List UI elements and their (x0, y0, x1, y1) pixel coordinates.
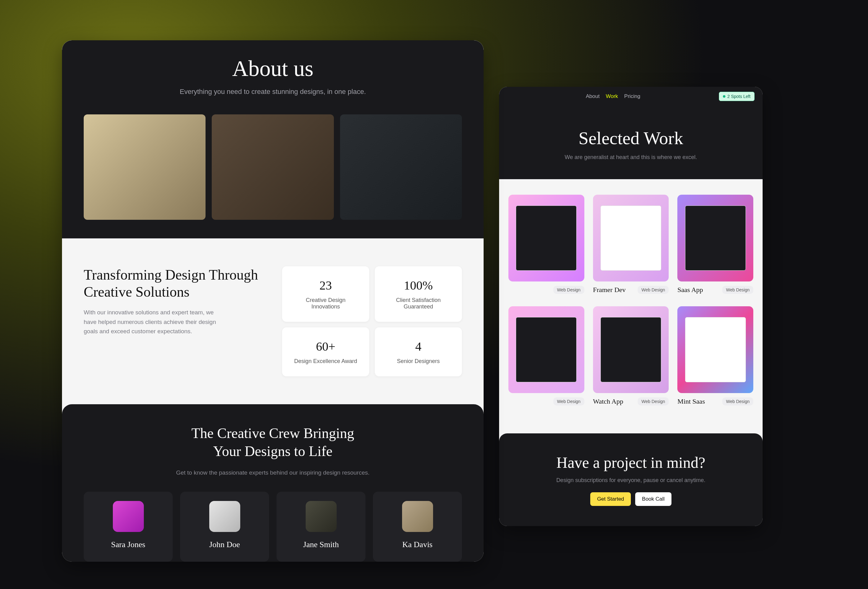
work-hero: Selected Work We are generalist at heart… (499, 106, 763, 179)
team-section: The Creative Crew Bringing Your Designs … (62, 404, 484, 562)
avatar (209, 501, 240, 532)
get-started-button[interactable]: Get Started (590, 492, 631, 506)
portfolio-tag: Web Design (638, 286, 669, 294)
spots-badge[interactable]: 2 Spots Left (719, 92, 754, 101)
cta-subtitle: Design subscriptions for everyone, pause… (512, 477, 750, 484)
team-card: Jane Smith (276, 492, 366, 562)
nav-links: About Work Pricing (586, 93, 641, 99)
portfolio-thumb (593, 306, 669, 393)
portfolio-item[interactable]: Web Design (508, 195, 585, 294)
portfolio-tag: Web Design (554, 286, 585, 294)
about-title: About us (81, 56, 465, 81)
portfolio-thumb (593, 195, 669, 282)
team-grid: Sara Jones John Doe Jane Smith Ka Davis (84, 492, 462, 562)
stat-label: Design Excellence Award (291, 358, 360, 365)
portfolio-title: Framer Dev (593, 286, 626, 294)
portfolio-tag: Web Design (638, 397, 669, 406)
stat-card: 100% Client Satisfaction Guaranteed (375, 266, 462, 322)
nav-work[interactable]: Work (606, 93, 618, 99)
portfolio-thumb (508, 195, 585, 282)
stat-number: 60+ (291, 339, 360, 354)
stat-label: Senior Designers (384, 358, 453, 365)
team-name: Sara Jones (90, 540, 167, 549)
gallery-image-2 (212, 114, 334, 220)
portfolio-thumb (508, 306, 585, 393)
stat-number: 4 (384, 339, 453, 354)
team-subtitle: Get to know the passionate experts behin… (84, 469, 462, 476)
stat-card: 60+ Design Excellence Award (282, 327, 369, 376)
stat-label: Client Satisfaction Guaranteed (384, 297, 453, 310)
portfolio-grid: Web Design Framer Dev Web Design Saas Ap… (499, 179, 763, 433)
team-name: Ka Davis (379, 540, 456, 549)
book-call-button[interactable]: Book Call (635, 492, 672, 506)
portfolio-thumb (678, 306, 753, 393)
work-subtitle: We are generalist at heart and this is w… (512, 154, 750, 161)
portfolio-title: Mint Saas (678, 397, 705, 406)
portfolio-tag: Web Design (554, 397, 585, 406)
stat-label: Creative Design Innovations (291, 297, 360, 310)
portfolio-item[interactable]: Framer Dev Web Design (593, 195, 669, 294)
portfolio-tag: Web Design (722, 397, 753, 406)
about-hero: About us Everything you need to create s… (62, 40, 484, 114)
avatar (306, 501, 337, 532)
about-subtitle: Everything you need to create stunning d… (81, 88, 465, 96)
stat-card: 23 Creative Design Innovations (282, 266, 369, 322)
stat-card: 4 Senior Designers (375, 327, 462, 376)
about-gallery (62, 114, 484, 238)
team-name: John Doe (186, 540, 263, 549)
portfolio-title: Watch App (593, 397, 623, 406)
avatar (402, 501, 433, 532)
cta-section: Have a project in mind? Design subscript… (499, 433, 763, 526)
stat-number: 100% (384, 278, 453, 293)
portfolio-item[interactable]: Mint Saas Web Design (678, 306, 753, 406)
cta-buttons: Get Started Book Call (512, 492, 750, 506)
gallery-image-3 (340, 114, 462, 220)
top-nav: About Work Pricing 2 Spots Left (499, 87, 763, 106)
stats-grid: 23 Creative Design Innovations 100% Clie… (282, 266, 462, 376)
stats-section: Transforming Design Through Creative Sol… (62, 238, 484, 404)
portfolio-tag: Web Design (722, 286, 753, 294)
stat-number: 23 (291, 278, 360, 293)
work-title: Selected Work (512, 128, 750, 149)
spots-label: 2 Spots Left (727, 94, 750, 99)
team-card: Ka Davis (373, 492, 462, 562)
portfolio-item[interactable]: Web Design (508, 306, 585, 406)
team-card: Sara Jones (84, 492, 173, 562)
team-heading: The Creative Crew Bringing Your Designs … (186, 424, 360, 460)
stats-heading: Transforming Design Through Creative Sol… (84, 266, 264, 300)
gallery-image-1 (84, 114, 205, 220)
team-name: Jane Smith (283, 540, 359, 549)
work-page-card: About Work Pricing 2 Spots Left Selected… (499, 87, 763, 526)
portfolio-item[interactable]: Saas App Web Design (678, 195, 753, 294)
avatar (113, 501, 144, 532)
about-page-card: About us Everything you need to create s… (62, 40, 484, 562)
team-card: John Doe (180, 492, 269, 562)
stats-body: With our innovative solutions and expert… (84, 308, 226, 336)
portfolio-item[interactable]: Watch App Web Design (593, 306, 669, 406)
nav-about[interactable]: About (586, 93, 599, 99)
stats-intro: Transforming Design Through Creative Sol… (84, 266, 264, 376)
nav-pricing[interactable]: Pricing (624, 93, 641, 99)
portfolio-thumb (678, 195, 753, 282)
cta-title: Have a project in mind? (512, 453, 750, 471)
portfolio-title: Saas App (678, 286, 703, 294)
